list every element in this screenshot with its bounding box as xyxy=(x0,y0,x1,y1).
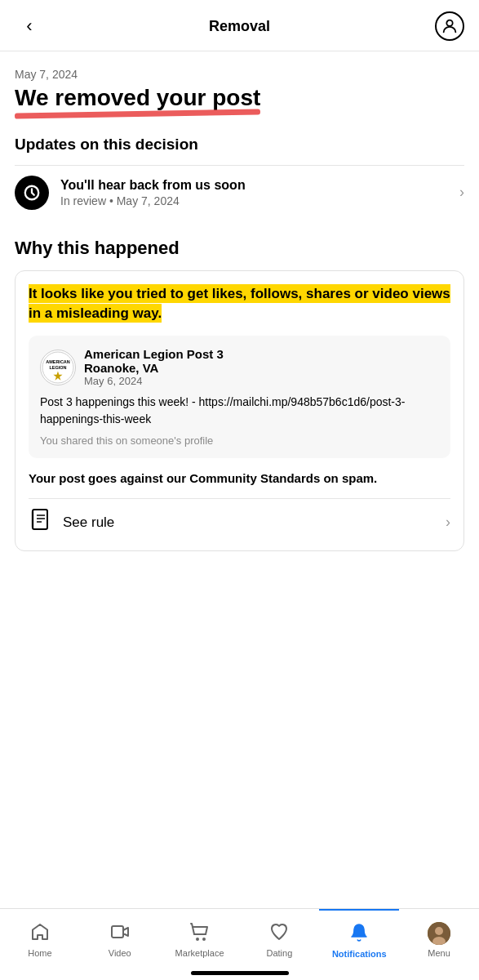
post-org-info: American Legion Post 3 Roanoke, VA May 6… xyxy=(84,347,224,387)
video-icon xyxy=(110,922,130,945)
marketplace-icon xyxy=(190,922,210,945)
nav-item-menu[interactable]: Menu xyxy=(399,909,479,980)
main-content: May 7, 2024 We removed your post Updates… xyxy=(0,51,479,654)
decision-primary: You'll hear back from us soon xyxy=(60,178,246,193)
why-section: Why this happened It looks like you trie… xyxy=(15,238,464,552)
see-rule-label: See rule xyxy=(63,514,114,531)
decision-item[interactable]: You'll hear back from us soon In review … xyxy=(15,165,464,220)
bottom-navigation: Home Video Marketplace xyxy=(0,908,479,980)
org-name: American Legion Post 3 xyxy=(84,347,224,361)
svg-point-16 xyxy=(435,927,443,935)
dating-heart-icon xyxy=(269,922,289,945)
bell-icon xyxy=(349,923,369,946)
rule-book-icon xyxy=(29,507,53,537)
nav-item-home[interactable]: Home xyxy=(0,909,80,980)
notifications-label: Notifications xyxy=(332,949,387,959)
home-label: Home xyxy=(28,948,51,958)
org-location: Roanoke, VA xyxy=(84,361,158,375)
menu-label: Menu xyxy=(428,948,450,958)
clock-icon xyxy=(15,176,49,210)
highlight-container: It looks like you tried to get likes, fo… xyxy=(29,284,450,323)
date-label: May 7, 2024 xyxy=(15,68,464,81)
post-content: Post 3 happenings this week! - https://m… xyxy=(40,394,439,428)
see-rule-left: See rule xyxy=(29,507,114,537)
dating-label: Dating xyxy=(267,948,293,958)
main-headline: We removed your post xyxy=(15,86,260,111)
post-card-header: AMERICAN LEGION American Legion Post 3 R… xyxy=(40,347,439,387)
see-rule-row[interactable]: See rule › xyxy=(29,498,450,537)
svg-rect-6 xyxy=(33,510,47,529)
post-date: May 6, 2024 xyxy=(84,375,224,387)
nav-item-notifications[interactable]: Notifications xyxy=(319,909,399,980)
decision-secondary: In review • May 7, 2024 xyxy=(60,194,246,207)
community-standards-text: Your post goes against our Community Sta… xyxy=(29,470,450,487)
svg-text:AMERICAN: AMERICAN xyxy=(46,359,70,364)
decision-text: You'll hear back from us soon In review … xyxy=(60,178,246,207)
nav-item-dating[interactable]: Dating xyxy=(239,909,319,980)
svg-point-13 xyxy=(197,938,198,940)
back-button[interactable]: ‹ xyxy=(15,16,44,37)
post-shared-note: You shared this on someone's profile xyxy=(40,434,439,447)
home-icon xyxy=(30,922,50,945)
page-title: Removal xyxy=(209,18,270,35)
svg-marker-12 xyxy=(123,928,128,936)
nav-item-marketplace[interactable]: Marketplace xyxy=(160,909,240,980)
reason-card: It looks like you tried to get likes, fo… xyxy=(15,270,464,552)
video-label: Video xyxy=(109,948,131,958)
chevron-right-icon: › xyxy=(459,184,464,201)
page-header: ‹ Removal xyxy=(0,0,479,51)
post-card: AMERICAN LEGION American Legion Post 3 R… xyxy=(29,336,450,458)
marketplace-label: Marketplace xyxy=(175,948,224,958)
nav-item-video[interactable]: Video xyxy=(80,909,160,980)
decision-row-left: You'll hear back from us soon In review … xyxy=(15,176,246,210)
highlight-text: It looks like you tried to get likes, fo… xyxy=(29,284,450,323)
updates-title: Updates on this decision xyxy=(15,136,464,154)
org-logo: AMERICAN LEGION xyxy=(40,350,76,385)
why-title: Why this happened xyxy=(15,238,464,259)
see-rule-chevron-icon: › xyxy=(446,514,450,531)
svg-point-0 xyxy=(446,20,452,26)
svg-text:LEGION: LEGION xyxy=(49,365,66,370)
profile-button[interactable] xyxy=(435,11,464,41)
svg-point-14 xyxy=(203,938,205,940)
svg-rect-11 xyxy=(112,926,123,938)
svg-rect-7 xyxy=(31,511,34,528)
home-indicator xyxy=(191,971,289,975)
menu-avatar xyxy=(428,922,450,945)
